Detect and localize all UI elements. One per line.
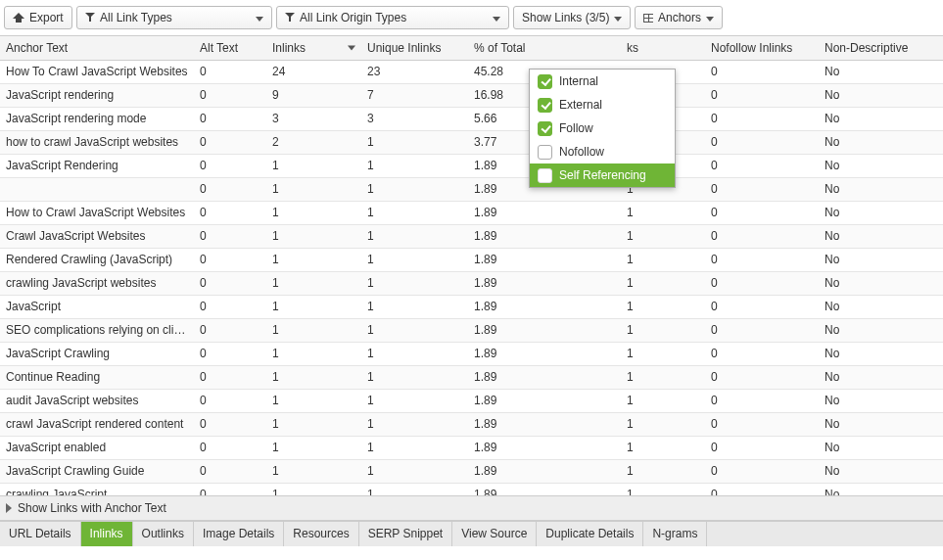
cell: 0 <box>194 107 266 130</box>
cell: 1 <box>621 318 705 342</box>
cell: 0 <box>194 224 266 248</box>
menu-option-label: External <box>559 98 602 112</box>
cell: 1 <box>621 224 705 248</box>
cell: 0 <box>194 365 266 389</box>
table-row[interactable]: How to Crawl JavaScript Websites0111.891… <box>0 201 943 224</box>
cell: 1.89 <box>468 436 621 459</box>
cell: No <box>819 107 943 130</box>
table-row[interactable]: JavaScript Rendering0111.8910No <box>0 154 943 177</box>
cell: 1 <box>266 248 361 271</box>
cell: Crawl JavaScript Websites <box>0 224 194 248</box>
cell: 1.89 <box>468 201 621 224</box>
column-header[interactable]: Unique Inlinks <box>361 36 468 60</box>
table-row[interactable]: JavaScript Crawling0111.8910No <box>0 342 943 365</box>
cell: crawl JavaScript rendered content <box>0 412 194 436</box>
tab[interactable]: URL Details <box>0 522 81 546</box>
cell: 0 <box>194 389 266 412</box>
tab[interactable]: Duplicate Details <box>537 522 643 546</box>
table-row[interactable]: Continue Reading0111.8910No <box>0 365 943 389</box>
checkbox-icon <box>538 168 552 183</box>
checkbox-icon <box>538 74 552 89</box>
menu-option[interactable]: Follow <box>530 117 675 140</box>
link-origin-dropdown[interactable]: All Link Origin Types <box>276 6 509 29</box>
cell: 1 <box>266 389 361 412</box>
cell: 1 <box>621 342 705 365</box>
tab[interactable]: Image Details <box>194 522 284 546</box>
cell: 2 <box>266 130 361 154</box>
export-button[interactable]: Export <box>4 6 72 29</box>
cell: 1 <box>361 459 468 483</box>
table-row[interactable]: Rendered Crawling (JavaScript)0111.8910N… <box>0 248 943 271</box>
cell: 0 <box>705 483 819 495</box>
cell: 0 <box>194 130 266 154</box>
cell: No <box>819 224 943 248</box>
table-row[interactable]: 0111.8910No <box>0 177 943 201</box>
cell: 1 <box>361 295 468 318</box>
tab[interactable]: SERP Snippet <box>359 522 453 546</box>
cell: No <box>819 459 943 483</box>
menu-option-label: Nofollow <box>559 145 604 159</box>
column-header[interactable]: Inlinks <box>266 36 361 60</box>
cell: 1 <box>621 271 705 295</box>
view-dropdown[interactable]: Anchors <box>635 6 723 29</box>
cell: No <box>819 412 943 436</box>
cell: 1 <box>361 154 468 177</box>
cell: 1 <box>266 318 361 342</box>
view-label: Anchors <box>658 11 701 24</box>
cell: No <box>819 389 943 412</box>
link-types-dropdown[interactable]: All Link Types <box>76 6 272 29</box>
table-row[interactable]: how to crawl JavaScript websites0213.770… <box>0 130 943 154</box>
table-row[interactable]: JavaScript Crawling Guide0111.8910No <box>0 459 943 483</box>
menu-option[interactable]: Self Referencing <box>530 163 675 187</box>
table-row[interactable]: audit JavaScript websites0111.8910No <box>0 389 943 412</box>
table-row[interactable]: crawling JavaScript0111.8910No <box>0 483 943 495</box>
cell: 9 <box>266 83 361 107</box>
grid-icon <box>643 14 653 23</box>
column-header[interactable]: Alt Text <box>194 36 266 60</box>
cell: 1.89 <box>468 459 621 483</box>
table-row[interactable]: crawl JavaScript rendered content0111.89… <box>0 412 943 436</box>
cell: 1 <box>361 318 468 342</box>
cell: JavaScript Crawling <box>0 342 194 365</box>
cell: 0 <box>705 271 819 295</box>
cell: No <box>819 130 943 154</box>
cell: 1 <box>266 224 361 248</box>
table-row[interactable]: How To Crawl JavaScript Websites0242345.… <box>0 60 943 83</box>
expand-panel-toggle[interactable]: Show Links with Anchor Text <box>0 495 943 521</box>
cell: 0 <box>194 154 266 177</box>
cell: No <box>819 248 943 271</box>
toolbar: Export All Link Types All Link Origin Ty… <box>0 0 943 35</box>
cell: JavaScript Rendering <box>0 154 194 177</box>
table-row[interactable]: SEO complications relying on clie...0111… <box>0 318 943 342</box>
tab[interactable]: View Source <box>452 522 537 546</box>
menu-option[interactable]: Internal <box>530 70 675 93</box>
cell: 1 <box>621 389 705 412</box>
column-header[interactable]: % of Total <box>468 36 621 60</box>
show-links-dropdown[interactable]: Show Links (3/5) <box>513 6 631 29</box>
cell: 0 <box>194 459 266 483</box>
cell: 0 <box>194 483 266 495</box>
table-row[interactable]: Crawl JavaScript Websites0111.8910No <box>0 224 943 248</box>
tab[interactable]: Resources <box>284 522 358 546</box>
tab[interactable]: N-grams <box>643 522 707 546</box>
tab[interactable]: Outlinks <box>133 522 194 546</box>
table-row[interactable]: JavaScript0111.8910No <box>0 295 943 318</box>
table-row[interactable]: JavaScript enabled0111.8910No <box>0 436 943 459</box>
menu-option[interactable]: External <box>530 93 675 117</box>
checkbox-icon <box>538 145 552 160</box>
show-links-label: Show Links (3/5) <box>522 11 609 24</box>
chevron-down-icon <box>256 17 263 22</box>
table-row[interactable]: JavaScript rendering mode0335.660No <box>0 107 943 130</box>
cell: crawling JavaScript <box>0 483 194 495</box>
cell: 1 <box>361 342 468 365</box>
tab[interactable]: Inlinks <box>81 522 133 546</box>
column-header[interactable]: Non-Descriptive <box>819 36 943 60</box>
column-header[interactable]: ks <box>621 36 705 60</box>
table-row[interactable]: crawling JavaScript websites0111.8910No <box>0 271 943 295</box>
cell: 1 <box>266 483 361 495</box>
table-row[interactable]: JavaScript rendering09716.980No <box>0 83 943 107</box>
cell: Rendered Crawling (JavaScript) <box>0 248 194 271</box>
column-header[interactable]: Anchor Text <box>0 36 194 60</box>
menu-option[interactable]: Nofollow <box>530 140 675 163</box>
column-header[interactable]: Nofollow Inlinks <box>705 36 819 60</box>
